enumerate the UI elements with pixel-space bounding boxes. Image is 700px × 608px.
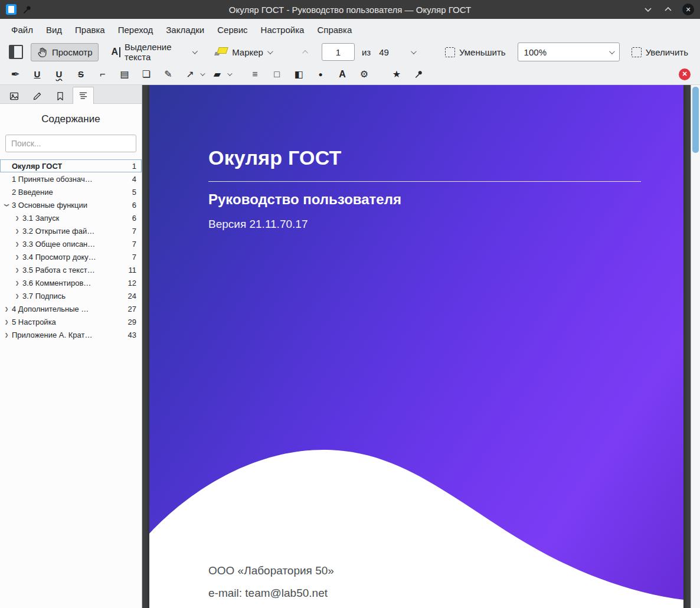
toc-item-label: 4 Дополнительные …	[12, 305, 89, 313]
popup-note-icon: ❏	[142, 70, 151, 79]
tab-contents[interactable]	[73, 87, 94, 104]
tab-thumbnails[interactable]	[4, 88, 25, 103]
pen-tool-button[interactable]: ✒	[7, 67, 24, 82]
tab-annotations[interactable]	[27, 88, 48, 103]
minimize-button[interactable]	[642, 4, 654, 15]
opacity-button[interactable]: ●	[312, 67, 329, 82]
menu-settings[interactable]: Настройка	[254, 22, 311, 38]
zoom-out-button[interactable]: Уменьшить	[439, 44, 512, 61]
toc-item[interactable]: ❯ Приложение А. Крат… 43	[0, 328, 142, 341]
expander-icon[interactable]: ❯	[13, 280, 21, 286]
browse-tool-button[interactable]: Просмотр	[31, 43, 99, 61]
ink-icon: ✎	[164, 70, 172, 79]
toc-item[interactable]: ❯ 3.7 Подпись 24	[0, 289, 142, 302]
close-annotation-toolbar-button[interactable]: ✕	[679, 68, 691, 80]
menu-go[interactable]: Переход	[112, 22, 160, 38]
toc-item[interactable]: ❯ 3.3 Общее описан… 7	[0, 237, 142, 250]
text-selection-button[interactable]: A Выделение текста	[106, 38, 202, 66]
expander-icon[interactable]: ❯	[13, 267, 21, 273]
toc-item[interactable]: 2 Введение 5	[0, 185, 142, 198]
browse-tool-label: Просмотр	[52, 47, 93, 57]
ink-tool-button[interactable]: ✎	[160, 67, 176, 82]
stroke-color-button[interactable]: □	[269, 67, 285, 82]
highlighter-button[interactable]: Маркер	[209, 44, 277, 61]
toc-item-page: 43	[123, 331, 136, 339]
menu-edit[interactable]: Правка	[68, 22, 112, 38]
menu-tools[interactable]: Сервис	[211, 22, 254, 38]
toc-item[interactable]: Окуляр ГОСТ 1	[0, 159, 142, 172]
favorite-annotation-button[interactable]: ★	[388, 67, 405, 82]
toc-item-page: 24	[123, 292, 136, 300]
zoom-out-icon	[445, 47, 455, 57]
squiggle-tool-button[interactable]: U	[51, 67, 67, 82]
expander-icon[interactable]: ❯	[13, 254, 21, 260]
strikeout-icon: S	[78, 70, 84, 79]
toc-item-label: 3.1 Запуск	[22, 214, 59, 223]
expander-icon[interactable]: ❯	[4, 201, 9, 209]
pin-tool-button[interactable]	[410, 67, 427, 82]
expander-icon[interactable]: ❯	[2, 319, 11, 325]
popup-note-tool-button[interactable]: ❏	[138, 67, 155, 82]
document-version: Версия 21.11.70.17	[208, 218, 308, 231]
zoom-in-button[interactable]: Увеличить	[626, 44, 694, 61]
toc-item-page: 11	[124, 266, 137, 274]
expander-icon[interactable]: ❯	[13, 215, 21, 221]
zoom-select[interactable]: 100%	[518, 43, 620, 61]
menu-view[interactable]: Вид	[40, 22, 68, 38]
vertical-scrollbar[interactable]	[691, 85, 700, 608]
document-page: Окуляр ГОСТ Руководство пользователя Вер…	[149, 85, 683, 608]
menu-file[interactable]: Файл	[5, 22, 40, 38]
next-page-button[interactable]	[404, 46, 421, 58]
pen-icon: ✒	[11, 69, 19, 80]
toc-item[interactable]: ❯ 3.6 Комментиров… 12	[0, 276, 142, 289]
search-input[interactable]	[5, 135, 136, 152]
caret-tool-button[interactable]: ⌐	[94, 67, 111, 82]
toc-item-label: 3.5 Работа с текст…	[22, 266, 95, 274]
hand-icon	[37, 47, 48, 58]
toc-item[interactable]: ❯ 5 Настройка 29	[0, 315, 142, 328]
line-width-button[interactable]: ≡	[247, 67, 263, 82]
maximize-button[interactable]	[662, 4, 674, 15]
tab-bookmarks[interactable]	[50, 88, 71, 103]
toc-item-label: 3.7 Подпись	[22, 292, 66, 300]
close-button[interactable]: ✕	[682, 4, 694, 15]
toc-item[interactable]: ❯ 3.1 Запуск 6	[0, 211, 142, 224]
toc-item[interactable]: ❯ 3.5 Работа с текст… 11	[0, 263, 142, 276]
expander-icon[interactable]: ❯	[13, 228, 21, 234]
previous-page-button[interactable]	[297, 46, 315, 58]
chevron-down-icon	[267, 48, 273, 54]
list-icon	[78, 91, 88, 100]
zoom-in-icon	[632, 47, 642, 57]
document-email: e-mail: team@lab50.net	[208, 587, 328, 600]
title-rule	[208, 181, 641, 182]
scrollbar-thumb[interactable]	[692, 87, 699, 153]
toggle-sidebar-button[interactable]	[6, 42, 26, 62]
advanced-settings-button[interactable]: ⚙	[356, 67, 372, 82]
text-selection-icon: A	[112, 47, 121, 57]
font-button[interactable]: A	[334, 67, 351, 82]
expander-icon[interactable]: ❯	[13, 293, 21, 299]
toc-item-label: 3.6 Комментиров…	[22, 279, 91, 287]
menu-bookmarks[interactable]: Закладки	[159, 22, 211, 38]
inline-note-tool-button[interactable]: ▤	[116, 67, 133, 82]
toc-item[interactable]: ❯ 3.4 Просмотр доку… 7	[0, 250, 142, 263]
fill-color-button[interactable]: ◧	[290, 67, 307, 82]
line-tool-button[interactable]: ↗	[182, 67, 204, 82]
opacity-icon: ●	[318, 71, 322, 78]
menu-help[interactable]: Справка	[310, 22, 358, 38]
strikeout-tool-button[interactable]: S	[73, 67, 89, 82]
shape-tool-button[interactable]: ▰	[209, 67, 231, 82]
toc-item[interactable]: ❯ 3 Основные функции 6	[0, 198, 142, 211]
toc-item[interactable]: ❯ 3.2 Открытие фай… 7	[0, 224, 142, 237]
sidebar-title: Содержание	[0, 104, 142, 130]
page-number-input[interactable]	[322, 43, 355, 61]
expander-icon[interactable]: ❯	[13, 241, 21, 247]
toc-item[interactable]: ❯ 4 Дополнительные … 27	[0, 302, 142, 315]
expander-icon[interactable]: ❯	[2, 306, 11, 312]
toc-item-page: 5	[127, 188, 136, 197]
document-viewer[interactable]: Окуляр ГОСТ Руководство пользователя Вер…	[142, 85, 691, 608]
expander-icon[interactable]: ❯	[2, 332, 11, 338]
underline-tool-button[interactable]: U	[29, 67, 45, 82]
toc-item[interactable]: 1 Принятые обознач… 4	[0, 172, 142, 185]
highlighter-label: Маркер	[232, 47, 263, 57]
